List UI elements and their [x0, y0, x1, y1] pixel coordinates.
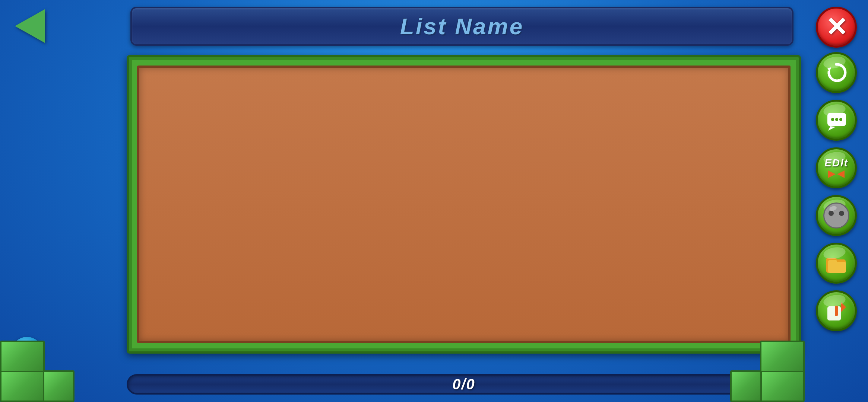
progress-bar-container: 0/0: [127, 374, 801, 395]
svg-rect-9: [828, 260, 837, 264]
edit-button[interactable]: EDIt: [816, 147, 857, 188]
share-icon: [824, 299, 849, 323]
close-button[interactable]: ✕: [816, 7, 857, 48]
content-box: [127, 55, 801, 354]
avatar-button[interactable]: [816, 195, 857, 236]
chat-icon: [824, 108, 849, 133]
svg-rect-10: [827, 306, 841, 320]
svg-marker-11: [841, 302, 846, 312]
refresh-icon: [824, 61, 849, 85]
side-buttons: EDIt: [816, 52, 857, 331]
close-icon: ✕: [826, 14, 848, 40]
svg-marker-2: [828, 126, 836, 131]
svg-rect-12: [835, 306, 838, 316]
svg-point-4: [835, 118, 838, 121]
svg-point-5: [839, 118, 842, 121]
edit-button-inner: EDIt: [824, 158, 848, 178]
refresh-button[interactable]: [816, 52, 857, 93]
back-button[interactable]: [11, 7, 48, 45]
back-arrow-icon: [15, 9, 45, 43]
edit-label: EDIt: [824, 158, 848, 168]
edit-arrow-right-icon: [837, 170, 845, 178]
progress-text: 0/0: [452, 376, 475, 393]
avatar-face: [823, 202, 849, 229]
title-bar: List Name: [130, 7, 793, 46]
folder-button[interactable]: [816, 243, 857, 284]
folder-icon: [824, 251, 849, 275]
content-inner: [137, 66, 791, 343]
list-title: List Name: [400, 13, 524, 39]
edit-arrow-icon: [828, 170, 836, 178]
chat-button[interactable]: [816, 100, 857, 141]
share-button[interactable]: [816, 290, 857, 331]
progress-bar: 0/0: [127, 374, 801, 395]
main-panel: [127, 55, 801, 354]
svg-point-3: [831, 118, 834, 121]
